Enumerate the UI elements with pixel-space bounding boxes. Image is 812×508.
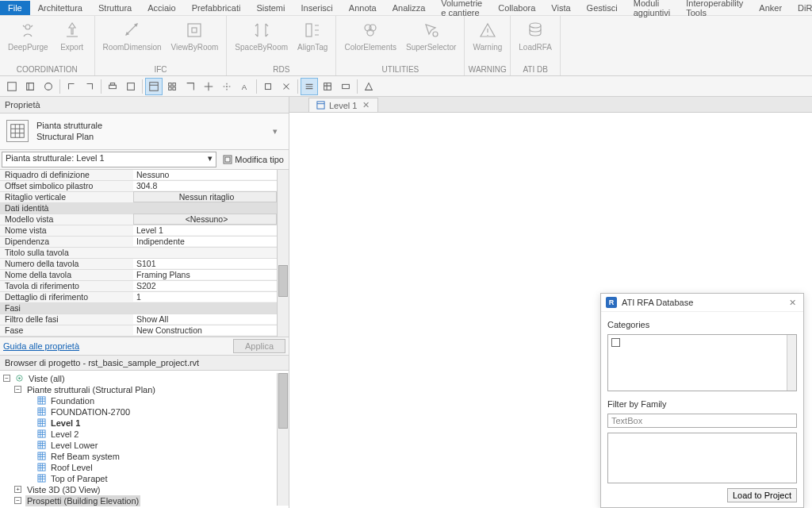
dialog-close-icon[interactable]: ✕: [787, 298, 799, 308]
qat-btn-active[interactable]: [301, 78, 318, 95]
menu-item-inserisci[interactable]: Inserisci: [293, 1, 340, 15]
tree-leaf[interactable]: Level 2: [25, 429, 277, 440]
ribbon-loadrfa[interactable]: LoadRFA: [514, 16, 557, 53]
menu-item-vista[interactable]: Vista: [543, 1, 578, 15]
view-tab[interactable]: Level 1 ✕: [308, 98, 378, 112]
property-row[interactable]: Tavola di riferimentoS202: [0, 281, 277, 292]
property-row[interactable]: Modello vista<Nessuno>: [0, 214, 277, 225]
qat-btn[interactable]: [163, 78, 181, 95]
property-value[interactable]: Nessun ritaglio: [133, 191, 277, 202]
categories-listbox[interactable]: [607, 334, 797, 391]
properties-scrollbar[interactable]: [277, 170, 289, 337]
family-filter-input[interactable]: [607, 414, 797, 428]
property-row[interactable]: Dettaglio di riferimento1: [0, 292, 277, 303]
qat-btn[interactable]: [259, 78, 277, 95]
property-value[interactable]: Nessuno: [133, 170, 277, 179]
property-value[interactable]: Show All: [133, 314, 277, 324]
property-value[interactable]: 304.8: [133, 181, 277, 190]
qat-btn[interactable]: [63, 78, 80, 95]
menu-item-architettura[interactable]: Architettura: [30, 1, 90, 15]
close-tab-icon[interactable]: ✕: [361, 100, 371, 110]
property-value[interactable]: Indipendente: [133, 237, 277, 246]
property-row[interactable]: Titolo sulla tavola: [0, 248, 277, 259]
ribbon-warning[interactable]: Warning: [468, 16, 507, 53]
tree-group[interactable]: −Prospetti (Building Elevation): [14, 495, 277, 506]
menu-item-gestisci[interactable]: Gestisci: [579, 1, 626, 15]
ribbon-export[interactable]: Export: [53, 16, 91, 53]
property-row[interactable]: Riquadro di definizioneNessuno: [0, 170, 277, 181]
ribbon-viewbyroom[interactable]: ViewByRoom: [167, 16, 224, 53]
qat-btn[interactable]: [278, 78, 295, 95]
ribbon-roomdimension[interactable]: RoomDimension: [98, 16, 167, 53]
tree-root[interactable]: −Viste (all): [3, 373, 277, 384]
ribbon-superselector[interactable]: SuperSelector: [401, 16, 461, 53]
tree-leaf[interactable]: Roof Level: [25, 462, 277, 473]
qat-btn[interactable]: [3, 78, 21, 95]
ribbon-deeppurge[interactable]: DeepPurge: [3, 16, 53, 53]
tree-leaf[interactable]: Level Lower: [25, 440, 277, 451]
property-value[interactable]: <Nessuno>: [133, 214, 277, 225]
qat-btn[interactable]: [337, 78, 354, 95]
tree-leaf[interactable]: Foundation: [25, 395, 277, 406]
property-value[interactable]: S202: [133, 281, 277, 291]
qat-print[interactable]: [104, 78, 121, 95]
property-value[interactable]: Framing Plans: [133, 270, 277, 279]
browser-scrollbar[interactable]: [277, 373, 289, 506]
property-row[interactable]: DipendenzaIndipendente: [0, 237, 277, 248]
ribbon-spacebyroom[interactable]: SpaceByRoom: [230, 16, 293, 53]
apply-button[interactable]: Applica: [233, 339, 285, 353]
listbox-scrollbar[interactable]: [787, 335, 796, 391]
project-browser-tree[interactable]: −Viste (all) −Piante strutturali (Struct…: [0, 371, 289, 508]
qat-text[interactable]: A: [236, 78, 254, 95]
menu-item-annota[interactable]: Annota: [341, 1, 385, 15]
menu-item-collabora[interactable]: Collabora: [490, 1, 543, 15]
property-row[interactable]: Offset simbolico pilastro304.8: [0, 181, 277, 192]
qat-btn[interactable]: [21, 78, 39, 95]
qat-btn[interactable]: [81, 78, 98, 95]
qat-btn-active[interactable]: [145, 78, 163, 95]
load-to-project-button[interactable]: Load to Project: [727, 488, 797, 502]
property-value[interactable]: S101: [133, 259, 277, 268]
tree-group[interactable]: +Viste 3D (3D View): [14, 484, 277, 495]
menu-item-file[interactable]: File: [0, 1, 30, 15]
menu-item-sistemi[interactable]: Sistemi: [248, 1, 293, 15]
edit-type-button[interactable]: Modifica tipo: [218, 153, 289, 166]
property-value[interactable]: New Construction: [133, 325, 277, 335]
menu-item-analizza[interactable]: Analizza: [385, 1, 434, 15]
property-row[interactable]: Nome della tavolaFraming Plans: [0, 270, 277, 281]
qat-btn[interactable]: [218, 78, 236, 95]
property-row[interactable]: Filtro delle fasiShow All: [0, 314, 277, 325]
property-value[interactable]: Level 1: [133, 225, 277, 235]
category-checkbox[interactable]: [611, 338, 620, 347]
menu-item-dirootsone[interactable]: DiRootsOne: [790, 1, 812, 15]
qat-btn[interactable]: [200, 78, 217, 95]
property-row[interactable]: FaseNew Construction: [0, 325, 277, 337]
menu-item-interoperability tools[interactable]: Interoperability Tools: [678, 0, 751, 20]
property-row[interactable]: Nome vistaLevel 1: [0, 225, 277, 237]
type-selector[interactable]: Pianta strutturale: Level 1 ▾: [2, 152, 216, 167]
qat-btn[interactable]: [122, 78, 140, 95]
property-value[interactable]: 1: [133, 292, 277, 302]
qat-btn[interactable]: [360, 78, 377, 95]
qat-btn[interactable]: [319, 78, 336, 95]
tree-leaf[interactable]: Level 1: [25, 418, 277, 429]
properties-help-link[interactable]: Guida alle proprietà: [3, 341, 79, 351]
menu-item-anker[interactable]: Anker: [751, 1, 790, 15]
ribbon-aligntag[interactable]: AlignTag: [293, 16, 332, 53]
type-dropdown-arrow[interactable]: ▾: [268, 126, 282, 137]
qat-btn[interactable]: [182, 78, 199, 95]
properties-title: Proprietà: [0, 97, 289, 114]
menu-item-prefabbricati[interactable]: Prefabbricati: [184, 1, 249, 15]
property-row[interactable]: Numero della tavolaS101: [0, 259, 277, 270]
menu-item-acciaio[interactable]: Acciaio: [140, 1, 183, 15]
property-row[interactable]: Ritaglio verticaleNessun ritaglio: [0, 192, 277, 203]
tree-group[interactable]: −Piante strutturali (Structural Plan): [14, 384, 277, 395]
qat-btn[interactable]: [40, 78, 57, 95]
menu-item-struttura[interactable]: Struttura: [90, 1, 140, 15]
tree-leaf[interactable]: Top of Parapet: [25, 473, 277, 484]
ribbon-colorelements[interactable]: ColorElements: [339, 16, 401, 53]
menu-item-moduli aggiuntivi[interactable]: Moduli aggiuntivi: [626, 0, 678, 20]
tree-leaf[interactable]: FOUNDATION-2700: [25, 406, 277, 418]
family-listbox[interactable]: [607, 433, 797, 483]
tree-leaf[interactable]: Ref Beam system: [25, 451, 277, 462]
